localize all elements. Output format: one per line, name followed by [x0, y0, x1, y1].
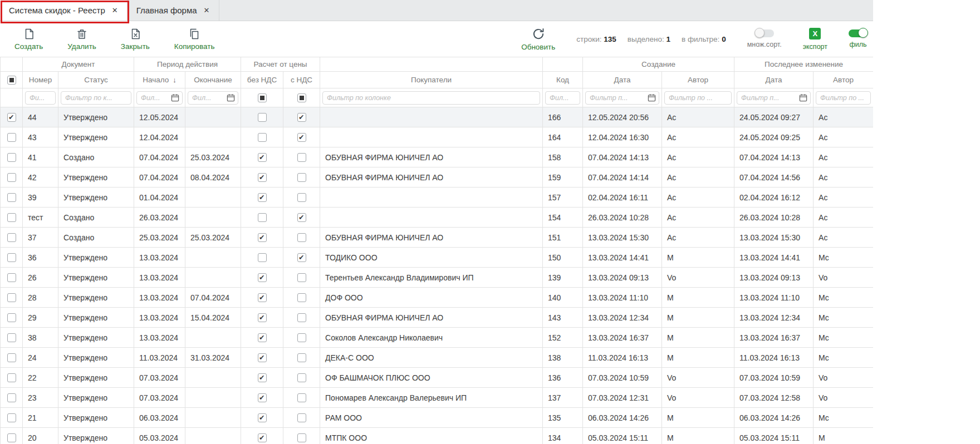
no-vat-cell[interactable]	[241, 308, 283, 328]
with-vat-checkbox[interactable]	[297, 293, 306, 302]
col-end[interactable]: Окончание	[185, 72, 241, 88]
row-select-cell[interactable]	[1, 107, 23, 127]
with-vat-cell[interactable]	[283, 167, 320, 188]
filter-toggle[interactable]: филь	[849, 29, 868, 48]
with-vat-checkbox[interactable]	[297, 213, 306, 222]
with-vat-cell[interactable]	[283, 308, 320, 328]
row-select-cell[interactable]	[1, 308, 23, 328]
calendar-icon[interactable]	[227, 93, 235, 102]
multisort-switch-icon[interactable]	[755, 29, 774, 37]
row-select-checkbox[interactable]	[7, 233, 16, 242]
calendar-icon[interactable]	[648, 93, 656, 102]
row-select-checkbox[interactable]	[7, 273, 16, 282]
row-select-checkbox[interactable]	[7, 333, 16, 342]
table-row[interactable]: 43Утверждено12.04.202416412.04.2024 16:3…	[1, 127, 874, 147]
table-row[interactable]: 38Утверждено13.03.2024Соколов Александр …	[1, 328, 874, 348]
col-number[interactable]: Номер	[23, 72, 58, 88]
table-row[interactable]: 41Создано07.04.202425.03.2024ОБУВНАЯ ФИР…	[1, 147, 874, 167]
close-document-button[interactable]: Закрыть	[121, 27, 150, 51]
row-select-cell[interactable]	[1, 328, 23, 348]
with-vat-cell[interactable]	[283, 328, 320, 348]
with-vat-cell[interactable]	[283, 147, 320, 167]
with-vat-cell[interactable]	[283, 428, 320, 444]
with-vat-filter-checkbox[interactable]	[297, 93, 306, 102]
with-vat-cell[interactable]	[283, 268, 320, 288]
table-row[interactable]: 23Утверждено07.03.2024Пономарев Александ…	[1, 388, 874, 408]
col-change-date[interactable]: Дата	[734, 72, 814, 88]
tab-discount-registry[interactable]: Система скидок - Реестр ✕	[0, 0, 128, 21]
col-change-author[interactable]: Автор	[814, 72, 873, 88]
no-vat-checkbox[interactable]	[258, 373, 267, 382]
row-select-checkbox[interactable]	[7, 133, 16, 142]
with-vat-checkbox[interactable]	[297, 393, 306, 402]
no-vat-checkbox[interactable]	[258, 313, 267, 322]
table-row[interactable]: 37Создано25.03.202425.03.2024ОБУВНАЯ ФИР…	[1, 228, 874, 248]
with-vat-cell[interactable]	[283, 288, 320, 308]
no-vat-cell[interactable]	[241, 248, 283, 268]
table-row[interactable]: 42Утверждено07.04.202408.04.2024ОБУВНАЯ …	[1, 167, 874, 188]
row-select-checkbox[interactable]	[7, 393, 16, 402]
row-select-checkbox[interactable]	[7, 173, 16, 182]
status-filter-input[interactable]	[61, 91, 131, 105]
table-row[interactable]: 39Утверждено01.04.202415702.04.2024 16:1…	[1, 188, 874, 208]
no-vat-cell[interactable]	[241, 127, 283, 147]
table-row[interactable]: 29Утверждено13.03.202415.04.2024ОБУВНАЯ …	[1, 308, 874, 328]
refresh-button[interactable]: Обновить	[521, 27, 555, 51]
calendar-icon[interactable]	[799, 93, 807, 102]
table-row[interactable]: 44Утверждено12.05.202416612.05.2024 20:5…	[1, 107, 874, 127]
row-select-cell[interactable]	[1, 288, 23, 308]
no-vat-cell[interactable]	[241, 328, 283, 348]
row-select-checkbox[interactable]	[7, 353, 16, 362]
row-select-cell[interactable]	[1, 268, 23, 288]
row-select-checkbox[interactable]	[7, 433, 16, 442]
with-vat-checkbox[interactable]	[297, 173, 306, 182]
row-select-checkbox[interactable]	[7, 373, 16, 382]
no-vat-checkbox[interactable]	[258, 213, 267, 222]
row-select-cell[interactable]	[1, 147, 23, 167]
no-vat-cell[interactable]	[241, 228, 283, 248]
delete-button[interactable]: Удалить	[67, 27, 96, 51]
with-vat-checkbox[interactable]	[297, 413, 306, 422]
no-vat-checkbox[interactable]	[258, 253, 267, 262]
row-select-cell[interactable]	[1, 127, 23, 147]
no-vat-cell[interactable]	[241, 348, 283, 368]
with-vat-checkbox[interactable]	[297, 113, 306, 122]
col-no-vat[interactable]: без НДС	[241, 72, 283, 88]
col-with-vat[interactable]: с НДС	[283, 72, 320, 88]
table-row[interactable]: 36Утверждено13.03.2024ТОДИКО ООО15013.03…	[1, 248, 874, 268]
no-vat-checkbox[interactable]	[258, 333, 267, 342]
number-filter-input[interactable]	[25, 91, 56, 105]
row-select-checkbox[interactable]	[7, 413, 16, 422]
no-vat-checkbox[interactable]	[258, 353, 267, 362]
end-filter-input[interactable]	[189, 92, 226, 103]
with-vat-checkbox[interactable]	[297, 433, 306, 442]
table-row[interactable]: 24Утверждено11.03.202431.03.2024ДЕКА-С О…	[1, 348, 874, 368]
with-vat-checkbox[interactable]	[297, 233, 306, 242]
row-select-cell[interactable]	[1, 368, 23, 388]
row-select-checkbox[interactable]	[7, 153, 16, 162]
select-all-checkbox[interactable]	[7, 76, 16, 85]
no-vat-cell[interactable]	[241, 208, 283, 228]
with-vat-checkbox[interactable]	[297, 253, 306, 262]
create-date-filter-input[interactable]	[587, 92, 646, 103]
table-row[interactable]: тестСоздано26.03.202415426.03.2024 10:28…	[1, 208, 874, 228]
with-vat-cell[interactable]	[283, 408, 320, 428]
with-vat-checkbox[interactable]	[297, 133, 306, 142]
with-vat-checkbox[interactable]	[297, 273, 306, 282]
no-vat-checkbox[interactable]	[258, 413, 267, 422]
with-vat-checkbox[interactable]	[297, 373, 306, 382]
change-author-filter-input[interactable]	[816, 91, 871, 105]
tab-close-icon[interactable]: ✕	[204, 7, 210, 14]
row-select-cell[interactable]	[1, 228, 23, 248]
no-vat-cell[interactable]	[241, 107, 283, 127]
row-select-cell[interactable]	[1, 408, 23, 428]
filter-switch-icon[interactable]	[849, 29, 868, 37]
no-vat-cell[interactable]	[241, 428, 283, 444]
excel-export-button[interactable]: X экспорт	[803, 28, 827, 51]
col-buyers[interactable]: Покупатели	[320, 72, 543, 88]
with-vat-checkbox[interactable]	[297, 333, 306, 342]
tab-main-form[interactable]: Главная форма ✕	[128, 0, 219, 21]
with-vat-cell[interactable]	[283, 248, 320, 268]
col-status[interactable]: Статус	[58, 72, 134, 88]
no-vat-checkbox[interactable]	[258, 273, 267, 282]
